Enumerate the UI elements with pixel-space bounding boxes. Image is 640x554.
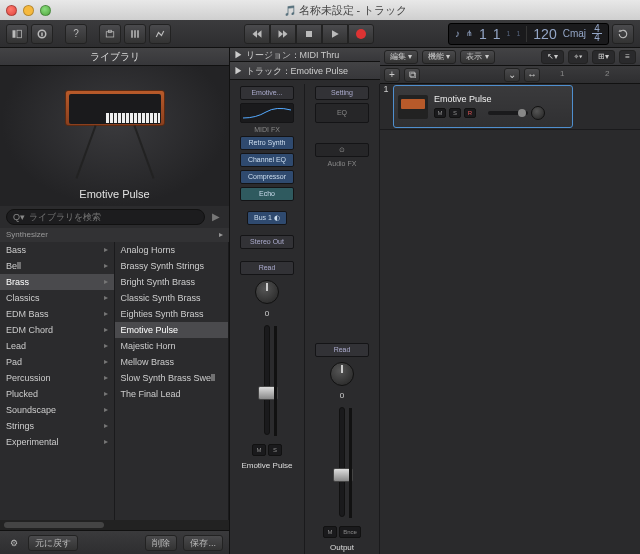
global-tracks-button[interactable]: ⌄ [504,68,520,82]
automation-mode[interactable]: Read [240,261,294,275]
svg-marker-14 [332,30,339,38]
mute-button[interactable]: M [252,444,266,456]
catch-playhead-button[interactable]: ↔︎ [524,68,540,82]
revert-button[interactable]: 元に戻す [28,535,78,551]
audio-fx-slot-3[interactable]: Echo [240,187,294,201]
toolbox-button[interactable] [99,24,121,44]
functions-menu[interactable]: 機能 ▾ [422,50,456,64]
forward-button[interactable] [270,24,296,44]
category-item[interactable]: Classics▸ [0,290,114,306]
category-item[interactable]: Bass▸ [0,242,114,258]
gear-icon[interactable]: ⚙ [6,535,22,551]
play-button[interactable] [322,24,348,44]
bar-ruler[interactable]: 1234 [560,66,636,83]
category-item[interactable]: The Final Lead [115,386,229,402]
category-item[interactable]: Bright Synth Brass [115,274,229,290]
stop-button[interactable] [296,24,322,44]
channel-name: Emotive Pulse [233,461,301,470]
pan-knob[interactable] [255,280,279,304]
instrument-slot[interactable]: Retro Synth [240,136,294,150]
track-volume-slider[interactable] [488,111,528,115]
track-inspector-header[interactable]: ▶ トラック：Emotive Pulse [230,62,380,80]
category-item[interactable]: Brassy Synth Strings [115,258,229,274]
automation-mode[interactable]: Read [315,343,369,357]
setting-button[interactable]: Setting [315,86,369,100]
category-column-2[interactable]: Analog HornsBrassy Synth StringsBright S… [115,242,230,520]
category-item[interactable]: Percussion▸ [0,370,114,386]
volume-fader[interactable] [264,325,270,435]
setting-button[interactable]: Emotive... [240,86,294,100]
bounce-button[interactable]: Bnce [339,526,361,538]
category-item[interactable]: Classic Synth Brass [115,290,229,306]
category-item[interactable]: Mellow Brass [115,354,229,370]
track-icon[interactable] [398,95,428,119]
close-window-button[interactable] [6,5,17,16]
category-item[interactable]: Lead▸ [0,338,114,354]
mute-button[interactable]: M [323,526,337,538]
search-input[interactable] [29,212,198,222]
category-item[interactable]: Pad▸ [0,354,114,370]
track-header[interactable]: Emotive Pulse M S R [393,85,573,128]
search-forward-button[interactable]: ▶ [209,209,223,223]
tool-left[interactable]: ↖︎▾ [541,50,564,64]
tracks-area[interactable]: 1 Emotive Pulse M S R [380,84,640,554]
category-item[interactable]: Strings▸ [0,418,114,434]
note-icon: ♪ [455,28,460,39]
category-item[interactable]: Eighties Synth Brass [115,306,229,322]
instrument-slot[interactable]: ⊙ [315,143,369,157]
category-item[interactable]: Slow Synth Brass Swell [115,370,229,386]
category-item[interactable]: Soundscape▸ [0,402,114,418]
edit-menu[interactable]: 編集 ▾ [384,50,418,64]
snap-menu[interactable]: ⊞▾ [592,50,615,64]
solo-button[interactable]: S [268,444,282,456]
eq-slot[interactable]: EQ [315,103,369,123]
category-item[interactable]: Bell▸ [0,258,114,274]
output-slot[interactable]: Stereo Out [240,235,294,249]
pan-knob[interactable] [330,362,354,386]
duplicate-track-button[interactable]: ⧉ [404,68,420,82]
category-item[interactable]: Majestic Horn [115,338,229,354]
rewind-button[interactable] [244,24,270,44]
category-column-1[interactable]: Bass▸Bell▸Brass▸Classics▸EDM Bass▸EDM Ch… [0,242,115,520]
category-item[interactable]: Plucked▸ [0,386,114,402]
record-button[interactable] [348,24,374,44]
audio-fx-slot-1[interactable]: Channel EQ [240,153,294,167]
category-item[interactable]: Brass▸ [0,274,114,290]
mixer-toggle-button[interactable] [124,24,146,44]
save-button[interactable]: 保存... [183,535,223,551]
minimize-window-button[interactable] [23,5,34,16]
track-mute-button[interactable]: M [434,108,446,118]
track-solo-button[interactable]: S [449,108,461,118]
lcd-ticks: 1 [516,30,520,37]
editors-toggle-button[interactable] [149,24,171,44]
volume-fader[interactable] [339,407,345,517]
delete-button[interactable]: 削除 [145,535,177,551]
svg-rect-13 [306,31,312,37]
category-item[interactable]: EDM Chord▸ [0,322,114,338]
horizontal-scrollbar[interactable] [0,520,229,530]
add-track-button[interactable]: + [384,68,400,82]
cycle-button[interactable] [612,24,634,44]
view-menu[interactable]: 表示 ▾ [460,50,494,64]
eq-thumbnail[interactable] [240,103,294,123]
svg-marker-12 [283,30,288,38]
track-pan-knob[interactable] [531,106,545,120]
category-item[interactable]: EDM Bass▸ [0,306,114,322]
region-inspector-header[interactable]: ▶ リージョン：MIDI Thru [230,48,380,62]
category-header[interactable]: Synthesizer ▸ [0,228,229,242]
category-item[interactable]: Analog Horns [115,242,229,258]
library-toggle-button[interactable] [6,24,28,44]
audio-fx-slot-2[interactable]: Compressor [240,170,294,184]
inspector-toggle-button[interactable] [31,24,53,44]
track-lane[interactable] [574,84,640,129]
send-slot[interactable]: Bus 1 ◐ [247,211,287,225]
lcd-display[interactable]: ♪ ⋔ 1 1 1 1 120 Cmaj 44 [448,23,609,45]
zoom-window-button[interactable] [40,5,51,16]
tool-right[interactable]: ⌖▾ [568,50,588,64]
category-item[interactable]: Experimental▸ [0,434,114,450]
track-record-button[interactable]: R [464,108,476,118]
quick-help-button[interactable]: ? [65,24,87,44]
category-item[interactable]: Emotive Pulse [115,322,229,338]
list-toggle[interactable]: ≡ [619,50,636,64]
library-search[interactable]: Q▾ [6,209,205,225]
